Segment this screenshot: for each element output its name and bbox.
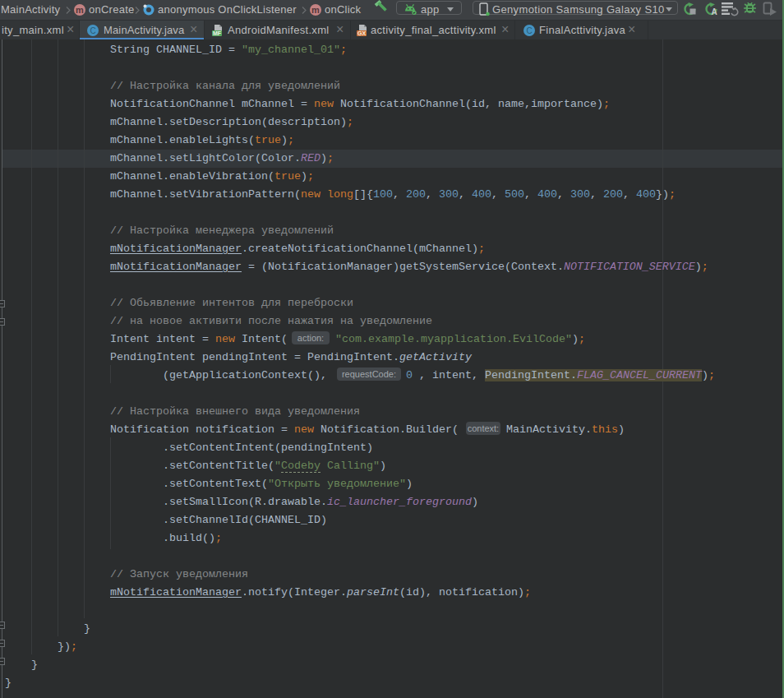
svg-text:MF: MF <box>213 30 222 36</box>
svg-text:C: C <box>526 26 532 35</box>
svg-text:m: m <box>311 5 320 15</box>
svg-text:GX: GX <box>357 30 366 36</box>
svg-text:A: A <box>711 7 717 16</box>
svg-text:C: C <box>90 26 95 35</box>
svg-text:m: m <box>76 5 84 15</box>
